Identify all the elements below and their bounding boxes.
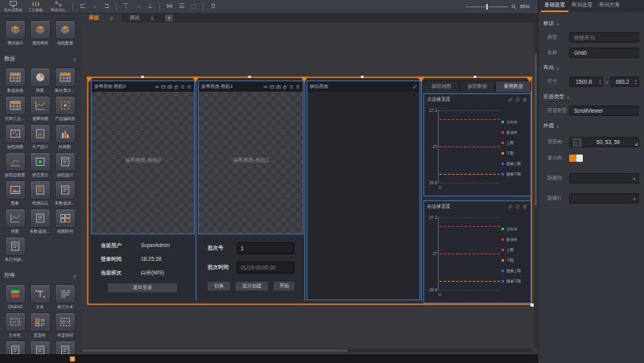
pencil-icon[interactable] [508,204,513,209]
tab-layout-settings[interactable]: 布局设置 [568,0,596,12]
palette-item[interactable]: 文本 [27,284,52,310]
sidebar-top-button[interactable]: 相机配置 [52,20,77,46]
refresh-icon[interactable] [515,204,520,209]
section-header[interactable]: 控件∨ [4,271,76,279]
chart-panel-1[interactable]: 右边缘宽度27.22726.80当前值标准值上限下限报警上限报警下限 [423,200,531,303]
delete-icon[interactable] [207,2,219,11]
width-stepper[interactable]: 1500.8 ▲▼ [569,76,603,87]
zoom-slider-thumb[interactable] [486,4,488,10]
align-bottom-icon[interactable]: ↓ [89,2,101,10]
section-appearance[interactable]: 外观∨ [543,122,639,130]
coating-view-camera1-panel[interactable]: 涂布画面-相机1 涂布画面-相机1 [198,80,303,234]
quick-button[interactable]: 工艺参数 [24,0,47,13]
palette-item[interactable]: 测量线图 [27,96,52,122]
list-icon[interactable] [180,85,185,89]
palette-item[interactable]: 生产统计 [27,124,52,150]
palette-item[interactable]: 缺陷地图 [2,124,27,150]
grid-column-handle[interactable] [526,77,533,82]
palette-item[interactable]: 图像 [2,180,27,206]
stepper-arrows[interactable]: ▲▼ [597,77,602,86]
trash-icon[interactable] [295,85,300,89]
palette-item[interactable]: 柱状图 [52,124,77,150]
resize-handle[interactable] [361,76,364,78]
name-field[interactable]: Grid0 [569,47,639,58]
add-tab-button[interactable]: + [165,14,173,22]
grid-column-handle[interactable] [86,77,93,82]
rows-icon[interactable]: ☰ [175,2,188,10]
vertical-scrollbar-thumb[interactable] [535,53,537,206]
tab-menu-icon[interactable]: ≡ [110,16,114,21]
palette-item[interactable]: 多行列缺... [2,237,27,262]
horizontal-scrollbar-thumb[interactable] [82,349,348,352]
frame-icon[interactable]: ▢ [188,2,200,10]
resize-handle[interactable] [474,76,477,78]
coating-view-camera0-panel[interactable]: 涂布画面-相机0 涂布画面-相机0 [91,80,195,234]
eye-icon[interactable] [263,85,268,89]
selected-grid-container[interactable]: 涂布画面-相机0 涂布画面-相机0 涂布画面-相机1 涂布画面-相机1 [87,76,532,305]
corner-resize-handle[interactable] [530,303,534,307]
hide-rows-select[interactable]: ▾ [569,193,639,204]
defect-view-panel[interactable]: 缺陷画面 [307,80,420,300]
palette-item[interactable]: 检测日志 [27,180,52,206]
tab-defect-map[interactable]: 缺陷地图 [423,80,460,92]
batch-block[interactable]: 批次号 1 批次时间 01/19 00:00:00 切换 批次创建 开始 [198,237,303,299]
start-button[interactable]: 开始 [273,281,295,291]
palette-item[interactable]: 线图阵列 [52,208,77,234]
grid-column-handle[interactable] [192,77,199,82]
palette-item[interactable] [27,340,52,354]
logout-button[interactable]: 退出登录 [107,283,178,293]
trash-icon[interactable] [522,97,527,102]
hide-columns-select[interactable]: ▾ [569,173,639,184]
tab-interface[interactable]: 界面 ≡ [80,14,122,23]
palette-item[interactable] [52,340,77,354]
sidebar-top-button[interactable]: 视觉模块 [27,20,52,46]
quick-button[interactable]: 操作员面板 [2,0,24,13]
palette-item[interactable]: 多数据浏... [52,180,77,206]
palette-item[interactable]: 单选按钮 [52,312,77,338]
palette-item[interactable]: 缺陷趋势图 [2,152,27,178]
batch-create-button[interactable]: 批次创建 [235,281,269,291]
section-header[interactable]: 数据∨ [4,55,76,63]
lock-icon[interactable] [283,85,287,89]
section-identity[interactable]: 标识∨ [543,20,639,27]
display-content-toggle[interactable] [569,155,583,162]
palette-item[interactable]: 文本框 [2,312,27,338]
palette-item[interactable]: 产品编码器 [52,96,77,122]
eye-icon[interactable] [155,85,159,89]
palette-item[interactable]: 线图 [2,208,27,234]
palette-item[interactable]: 结果汇总... [2,96,27,122]
quick-button[interactable]: 视觉流程 [47,0,69,13]
tab-measure-data[interactable]: 量测数据 [495,80,531,92]
palette-item[interactable]: 多数据浏... [27,208,52,234]
refresh-icon[interactable] [515,97,520,102]
section-container-type[interactable]: 容器类型∨ [543,93,639,101]
container-type-field[interactable]: ScrollViewer [569,105,639,116]
tab-layout-scheme[interactable]: 布局方案 [596,0,623,12]
camera-icon[interactable] [167,85,172,89]
palette-item[interactable]: OK&NG [2,284,27,310]
trash-icon[interactable] [522,204,527,209]
apps-icon[interactable] [69,356,76,362]
resize-handle[interactable] [142,76,144,78]
palette-item[interactable]: 饼图 [27,68,52,93]
height-stepper[interactable]: 683.2 ▲▼ [610,76,639,87]
color-swatch[interactable] [573,138,581,146]
palette-item[interactable] [2,340,27,354]
palette-item[interactable]: 纵向显示... [52,68,77,93]
login-info-block[interactable]: 当前用户 SuperAdmin 登录时间 18:25:38 当前班次 白班(M/… [91,237,195,299]
align-top-icon[interactable]: ⊤ [120,2,132,10]
align-right-icon[interactable]: ⊐ [101,2,113,10]
swap-icon[interactable]: ⋈ [163,2,175,10]
palette-item[interactable]: 数据表格 [2,68,27,93]
lock-icon[interactable] [174,85,179,89]
batch-no-input[interactable]: 1 [237,242,295,254]
trash-icon[interactable] [187,85,192,89]
palette-item[interactable]: 状态显示 [27,152,52,178]
grid-column-handle[interactable] [301,77,308,82]
distribute-h-icon[interactable]: → [132,2,144,10]
tab-debug[interactable]: 调试 ≡ [122,14,163,23]
window-icon[interactable] [270,85,275,89]
tab-defect-data[interactable]: 缺陷数据 [460,80,496,92]
pencil-icon[interactable] [508,97,513,102]
stepper-arrows[interactable]: ▲▼ [634,77,638,86]
